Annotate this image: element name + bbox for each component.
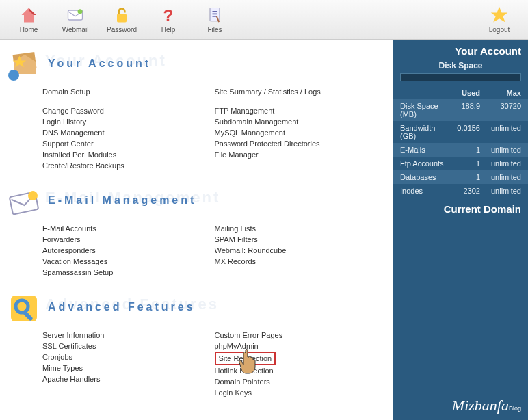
lock-icon bbox=[112, 5, 131, 25]
svg-point-6 bbox=[8, 70, 19, 81]
link-item[interactable]: Mime Types bbox=[42, 363, 215, 373]
stat-row: Disk Space (MB)188.930720 bbox=[393, 99, 528, 121]
advanced-icon bbox=[7, 291, 42, 327]
account-icon bbox=[7, 48, 42, 83]
email-col-right: Mailing ListsSPAM FiltersWebmail: Roundc… bbox=[215, 223, 387, 278]
link-item[interactable]: SSL Certificates bbox=[42, 341, 215, 352]
section-advanced: Advanced Features Advanced Features Serv… bbox=[7, 291, 386, 398]
link-item[interactable]: FTP Management bbox=[215, 105, 387, 116]
link-item[interactable]: Apache Handlers bbox=[42, 373, 215, 384]
webmail-label: Webmail bbox=[62, 26, 89, 34]
link-item[interactable]: Domain Setup bbox=[42, 86, 215, 97]
logout-button[interactable]: Logout bbox=[476, 2, 523, 38]
home-button[interactable]: Home bbox=[5, 2, 52, 38]
password-label: Password bbox=[107, 26, 137, 34]
link-item[interactable]: phpMyAdmin bbox=[215, 341, 387, 352]
link-item[interactable]: MySQL Management bbox=[215, 127, 387, 138]
link-item[interactable]: MX Records bbox=[215, 256, 387, 267]
stat-row: Ftp Accounts1unlimited bbox=[393, 157, 528, 170]
link-item[interactable]: E-Mail Accounts bbox=[42, 223, 215, 234]
link-item[interactable]: File Manager bbox=[215, 149, 387, 160]
link-item[interactable]: Login History bbox=[42, 116, 215, 127]
link-item[interactable]: Spamassassin Setup bbox=[42, 267, 215, 278]
sidebar: Your Account Disk Space Used Max Disk Sp… bbox=[393, 40, 528, 420]
link-item[interactable]: Installed Perl Modules bbox=[42, 149, 215, 160]
account-col-left: Domain SetupChange PasswordLogin History… bbox=[42, 86, 215, 171]
account-col-right: Site Summary / Statistics / LogsFTP Mana… bbox=[215, 86, 387, 171]
svg-point-8 bbox=[28, 191, 38, 200]
files-button[interactable]: Files bbox=[192, 2, 238, 38]
link-item[interactable]: Create/Restore Backups bbox=[42, 160, 215, 171]
logout-icon bbox=[490, 5, 509, 25]
advanced-col-right: Custom Error PagesphpMyAdminSite Redirec… bbox=[215, 330, 387, 398]
head-max: Max bbox=[480, 89, 521, 97]
link-item[interactable]: Cronjobs bbox=[42, 352, 215, 363]
link-item[interactable]: Login Keys bbox=[215, 387, 387, 398]
webmail-button[interactable]: Webmail bbox=[52, 2, 98, 38]
link-item[interactable]: Site Summary / Statistics / Logs bbox=[215, 86, 387, 97]
toolbar: Home Webmail Password ? Help Files Logou… bbox=[0, 0, 528, 40]
link-item[interactable]: Domain Pointers bbox=[215, 376, 387, 387]
link-item[interactable]: Mailing Lists bbox=[215, 223, 387, 234]
link-item[interactable]: Vacation Messages bbox=[42, 256, 215, 267]
help-icon: ? bbox=[159, 5, 178, 25]
stat-row: E-Mails1unlimited bbox=[393, 143, 528, 157]
advanced-col-left: Server InformationSSL CertificatesCronjo… bbox=[42, 330, 215, 398]
email-col-left: E-Mail AccountsForwardersAutorespondersV… bbox=[42, 223, 215, 278]
files-label: Files bbox=[207, 26, 222, 34]
stat-row: Bandwidth (GB)0.0156unlimited bbox=[393, 121, 528, 143]
link-item[interactable]: Hotlink Protection bbox=[215, 365, 387, 376]
head-used: Used bbox=[446, 89, 480, 97]
files-icon bbox=[205, 5, 224, 25]
account-title: Your Account bbox=[48, 57, 151, 70]
link-item[interactable]: Change Password bbox=[42, 105, 215, 116]
help-label: Help bbox=[161, 26, 176, 34]
current-domain-title: Current Domain bbox=[393, 198, 528, 218]
link-item[interactable]: Forwarders bbox=[42, 234, 215, 245]
password-button[interactable]: Password bbox=[98, 2, 145, 38]
section-account: Your Account Your Account Domain SetupCh… bbox=[7, 48, 386, 171]
link-item[interactable]: Support Center bbox=[42, 138, 215, 149]
link-item[interactable]: Webmail: Roundcube bbox=[215, 245, 387, 256]
home-label: Home bbox=[20, 26, 38, 34]
advanced-title: Advanced Features bbox=[48, 301, 196, 313]
webmail-icon bbox=[66, 5, 85, 25]
section-email: E-Mail Management E-Mail Management E-Ma… bbox=[7, 185, 386, 278]
stat-row: Inodes2302unlimited bbox=[393, 184, 528, 198]
link-item[interactable]: Autoresponders bbox=[42, 245, 215, 256]
email-icon bbox=[7, 185, 42, 220]
main-content: Your Account Your Account Domain SetupCh… bbox=[0, 40, 393, 420]
svg-rect-2 bbox=[117, 14, 127, 22]
svg-text:?: ? bbox=[163, 6, 174, 25]
logout-label: Logout bbox=[489, 26, 510, 34]
link-item[interactable]: Server Information bbox=[42, 330, 215, 341]
link-item[interactable]: Password Protected Directories bbox=[215, 138, 387, 149]
stat-header: Used Max bbox=[393, 87, 528, 99]
home-icon bbox=[19, 5, 38, 25]
footer-logo: MizbanfaBlog bbox=[452, 397, 521, 415]
email-title: E-Mail Management bbox=[48, 194, 196, 207]
link-item[interactable]: Custom Error Pages bbox=[215, 330, 387, 341]
link-item[interactable]: SPAM Filters bbox=[215, 234, 387, 245]
disk-space-label: Disk Space bbox=[393, 60, 528, 72]
link-item[interactable]: DNS Management bbox=[42, 127, 215, 138]
sidebar-title: Your Account bbox=[393, 40, 528, 60]
link-item[interactable]: Subdomain Management bbox=[215, 116, 387, 127]
site-redirection-link[interactable]: Site Redirection bbox=[215, 352, 276, 365]
svg-point-1 bbox=[78, 9, 83, 14]
stat-row: Databases1unlimited bbox=[393, 170, 528, 184]
help-button[interactable]: ? Help bbox=[145, 2, 192, 38]
disk-progress bbox=[400, 73, 521, 81]
